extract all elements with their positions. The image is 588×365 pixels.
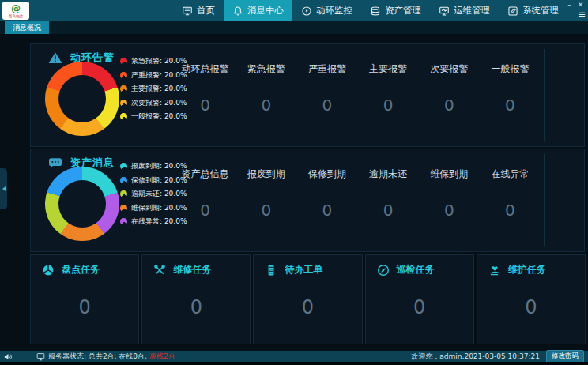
stat-value: 0 bbox=[419, 201, 480, 220]
alarm-panel-title: 动环告警 bbox=[70, 51, 115, 65]
legend-marker-icon bbox=[120, 113, 127, 120]
change-password-button[interactable]: 修改密码 bbox=[546, 350, 584, 363]
nav-item-message-center[interactable]: 消息中心 bbox=[224, 0, 292, 21]
task-label: 巡检任务 bbox=[397, 263, 435, 277]
chat-bubble-icon bbox=[48, 156, 62, 169]
stat-label: 保修到期 bbox=[296, 167, 357, 181]
main-content: 动环告警 紧急报警: 20.0%严重报警: 20.0%主要报警: 20.0%次要… bbox=[0, 34, 588, 351]
nav-item-asset-management[interactable]: 资产管理 bbox=[361, 0, 430, 21]
task-value: 0 bbox=[366, 296, 473, 318]
stat-warranty-due: 保修到期 0 bbox=[296, 149, 357, 251]
tab-bar: 消息概况 bbox=[0, 21, 588, 34]
server-status-text: 服务器状态: 总共2台, 在线0台, bbox=[48, 352, 147, 362]
power-monitor-icon bbox=[301, 6, 312, 17]
stat-value: 0 bbox=[358, 201, 419, 220]
minimize-button[interactable]: – bbox=[564, 1, 575, 9]
status-bar: 服务器状态: 总共2台, 在线0台, 离线2台 欢迎您，admin,2021-0… bbox=[0, 351, 588, 362]
stat-label: 在线异常 bbox=[480, 167, 541, 181]
task-value: 0 bbox=[142, 296, 250, 318]
stat-value: 0 bbox=[175, 201, 236, 220]
alarm-donut-chart bbox=[45, 62, 119, 136]
task-label: 维护任务 bbox=[508, 263, 546, 277]
alarm-stats: 动环总报警 0 紧急报警 0 严重报警 0 主要报警 0 次要报警 0 一般报警… bbox=[175, 44, 541, 146]
legend-marker-icon bbox=[120, 72, 127, 79]
stat-overdue-return: 逾期未还 0 bbox=[358, 149, 419, 251]
stat-label: 维保到期 bbox=[419, 167, 480, 181]
task-header: 盘点任务 bbox=[42, 263, 100, 277]
stat-critical-alarms: 紧急报警 0 bbox=[236, 44, 296, 146]
nav-label: 消息中心 bbox=[247, 5, 284, 17]
stat-general-alarms: 一般报警 0 bbox=[480, 44, 541, 146]
stat-minor-alarms: 次要报警 0 bbox=[419, 44, 480, 146]
repair-icon bbox=[153, 264, 166, 277]
stat-value: 0 bbox=[419, 96, 480, 115]
stat-value: 0 bbox=[480, 96, 541, 115]
stat-value: 0 bbox=[480, 201, 541, 220]
alarm-panel-header: 动环告警 bbox=[48, 51, 115, 65]
stat-value: 0 bbox=[236, 96, 296, 115]
nav-item-system-management[interactable]: 系统管理 bbox=[499, 0, 567, 21]
legend-marker-icon bbox=[120, 58, 127, 65]
nav-item-power-env-monitor[interactable]: 动环监控 bbox=[292, 0, 361, 21]
stat-label: 紧急报警 bbox=[236, 62, 296, 76]
alarm-panel: 动环告警 紧急报警: 20.0%严重报警: 20.0%主要报警: 20.0%次要… bbox=[30, 43, 585, 147]
asset-panel: 资产消息 报废到期: 20.0%保修到期: 20.0%逾期未还: 20.0%维保… bbox=[30, 149, 585, 252]
close-button[interactable]: ✕ bbox=[575, 1, 586, 9]
collapse-arrow-icon bbox=[2, 186, 6, 191]
sidebar-collapse-handle[interactable] bbox=[0, 168, 7, 209]
nav-label: 运维管理 bbox=[454, 5, 490, 17]
task-value: 0 bbox=[31, 296, 138, 318]
window-bottom-edge bbox=[0, 362, 588, 365]
speaker-icon[interactable] bbox=[4, 352, 13, 361]
system-icon bbox=[507, 6, 518, 17]
task-label: 维修任务 bbox=[173, 263, 211, 277]
maintenance-icon bbox=[488, 264, 501, 277]
legend-marker-icon bbox=[120, 218, 127, 225]
nav-item-ops-management[interactable]: 运维管理 bbox=[430, 0, 499, 21]
stat-total-alarms: 动环总报警 0 bbox=[175, 44, 236, 146]
asset-stats: 资产总信息 0 报废到期 0 保修到期 0 逾期未还 0 维保到期 0 在线异常… bbox=[175, 149, 541, 251]
task-header: 巡检任务 bbox=[377, 263, 435, 277]
home-icon bbox=[182, 6, 193, 17]
top-bar: @ 西岛电信 首页 消息中心 动环监控 资产管理 bbox=[0, 0, 588, 21]
welcome-text: 欢迎您，admin,2021-03-05 10:37:21 bbox=[411, 352, 540, 362]
stat-label: 主要报警 bbox=[358, 62, 419, 76]
legend-marker-icon bbox=[120, 190, 127, 198]
ops-icon bbox=[439, 6, 450, 17]
stat-label: 逾期未还 bbox=[358, 167, 419, 181]
stat-label: 严重报警 bbox=[296, 62, 357, 76]
stat-label: 动环总报警 bbox=[175, 62, 236, 76]
stat-value: 0 bbox=[296, 96, 357, 115]
server-offline-count: 离线2台 bbox=[149, 352, 175, 362]
logo-brand-text: 西岛电信 bbox=[9, 13, 23, 18]
warning-icon bbox=[48, 51, 62, 64]
stat-label: 报废到期 bbox=[236, 167, 296, 181]
inspection-icon bbox=[377, 264, 390, 277]
main-nav: 首页 消息中心 动环监控 资产管理 运维管理 bbox=[173, 0, 567, 21]
legend-marker-icon bbox=[120, 163, 127, 170]
nav-item-home[interactable]: 首页 bbox=[173, 0, 224, 21]
stat-value: 0 bbox=[175, 96, 236, 115]
stat-scrap-due: 报废到期 0 bbox=[236, 149, 296, 251]
legend-marker-icon bbox=[120, 100, 127, 107]
asset-panel-title: 资产消息 bbox=[70, 156, 115, 170]
task-row: 盘点任务 0 维修任务 0 待办工单 0 bbox=[30, 254, 586, 344]
tab-message-overview[interactable]: 消息概况 bbox=[5, 21, 49, 34]
task-label: 盘点任务 bbox=[62, 263, 100, 277]
legend-marker-icon bbox=[120, 205, 127, 212]
asset-donut-chart bbox=[45, 167, 119, 241]
server-monitor-icon bbox=[36, 352, 45, 361]
task-label: 待办工单 bbox=[285, 263, 322, 277]
nav-label: 资产管理 bbox=[385, 5, 421, 17]
stat-major-alarms: 主要报警 0 bbox=[358, 44, 419, 146]
stat-severe-alarms: 严重报警 0 bbox=[296, 44, 357, 146]
hamburger-menu-icon[interactable]: ≡ bbox=[578, 9, 586, 19]
stat-value: 0 bbox=[358, 96, 419, 115]
inventory-icon bbox=[42, 264, 55, 277]
nav-label: 首页 bbox=[197, 5, 215, 17]
workorder-icon bbox=[265, 264, 277, 277]
inspection-task-panel: 巡检任务 0 bbox=[365, 254, 474, 344]
task-value: 0 bbox=[254, 296, 361, 318]
legend-marker-icon bbox=[120, 85, 127, 92]
panel-divider bbox=[544, 154, 545, 246]
